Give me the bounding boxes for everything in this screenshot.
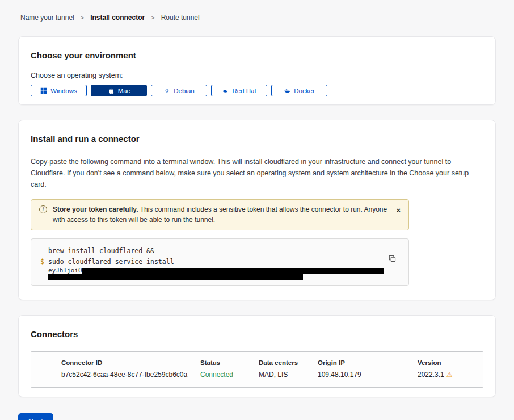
token-line: eyJhIjoiO [40, 267, 386, 274]
install-command-code-block: brew install cloudflared && $ sudo cloud… [31, 238, 409, 286]
col-header-version: Version [418, 359, 471, 366]
os-label: Choose an operating system: [31, 72, 483, 79]
breadcrumb-step-name-your-tunnel[interactable]: Name your tunnel [20, 14, 74, 22]
redacted-token-bar [82, 268, 384, 274]
breadcrumb-separator-icon: > [151, 14, 154, 21]
version-value: 2022.3.1 [418, 371, 444, 379]
token-warning-callout: Store your token carefully. This command… [31, 199, 409, 230]
install-card-title: Install and run a connector [31, 134, 483, 144]
shell-prompt: $ [40, 257, 48, 267]
col-header-data-centers: Data centers [259, 359, 318, 366]
os-button-debian[interactable]: Debian [151, 85, 207, 96]
install-card: Install and run a connector Copy-paste t… [18, 120, 496, 300]
warning-text: Store your token carefully. This command… [53, 204, 387, 225]
warning-title: Store your token carefully. [53, 205, 138, 213]
code-line: brew install cloudflared && [40, 246, 386, 257]
os-button-label: Debian [174, 87, 194, 94]
redacted-token-bar [48, 274, 303, 280]
docker-icon [284, 87, 290, 94]
os-button-docker[interactable]: Docker [271, 85, 327, 96]
table-header-row: Connector ID Status Data centers Origin … [31, 352, 483, 366]
code-text: sudo cloudflared service install [48, 257, 174, 267]
breadcrumb-step-install-connector: Install connector [90, 14, 145, 22]
environment-card: Choose your environment Choose an operat… [18, 36, 496, 105]
origin-ip-cell: 109.48.10.179 [318, 371, 418, 379]
os-button-group: Windows Mac Debian Red Hat Docker [31, 85, 483, 96]
table-row: b7c52c42-6caa-48ee-8c77-fbe259cb6c0a Con… [31, 366, 483, 387]
copy-icon [389, 255, 396, 262]
version-cell: 2022.3.1⚠ [418, 371, 471, 379]
connectors-card: Connectors Connector ID Status Data cent… [18, 315, 496, 397]
os-button-label: Mac [118, 87, 130, 94]
os-button-mac[interactable]: Mac [91, 85, 147, 96]
col-header-origin-ip: Origin IP [318, 359, 418, 366]
close-icon[interactable]: × [395, 204, 402, 216]
data-centers-cell: MAD, LIS [259, 371, 318, 379]
token-line [40, 274, 386, 280]
os-button-label: Windows [50, 87, 77, 94]
debian-icon [163, 87, 170, 94]
os-button-label: Docker [294, 87, 314, 94]
connector-id-cell: b7c52c42-6caa-48ee-8c77-fbe259cb6c0a [61, 371, 200, 379]
copy-button[interactable] [387, 254, 397, 265]
token-visible-text: eyJhIjoiO [48, 267, 82, 274]
os-button-label: Red Hat [232, 87, 256, 94]
version-warning-icon: ⚠ [446, 371, 453, 379]
breadcrumb-step-route-tunnel[interactable]: Route tunnel [161, 14, 200, 22]
status-cell: Connected [200, 371, 259, 379]
os-button-redhat[interactable]: Red Hat [211, 85, 267, 96]
code-line: $ sudo cloudflared service install [40, 257, 386, 267]
connectors-card-title: Connectors [31, 329, 483, 339]
breadcrumb: Name your tunnel > Install connector > R… [0, 0, 514, 22]
os-button-windows[interactable]: Windows [31, 85, 87, 96]
col-header-connector-id: Connector ID [61, 359, 200, 366]
redhat-icon [222, 87, 229, 94]
install-description: Copy-paste the following command into a … [31, 156, 483, 190]
prompt-gutter [40, 246, 48, 257]
next-button[interactable]: Next [18, 413, 53, 420]
apple-icon [108, 87, 115, 94]
windows-icon [40, 87, 47, 94]
breadcrumb-separator-icon: > [81, 14, 84, 21]
connectors-table: Connector ID Status Data centers Origin … [31, 351, 483, 388]
code-text: brew install cloudflared && [48, 246, 154, 257]
col-header-status: Status [200, 359, 259, 366]
environment-card-title: Choose your environment [31, 51, 483, 60]
info-icon [39, 205, 47, 213]
